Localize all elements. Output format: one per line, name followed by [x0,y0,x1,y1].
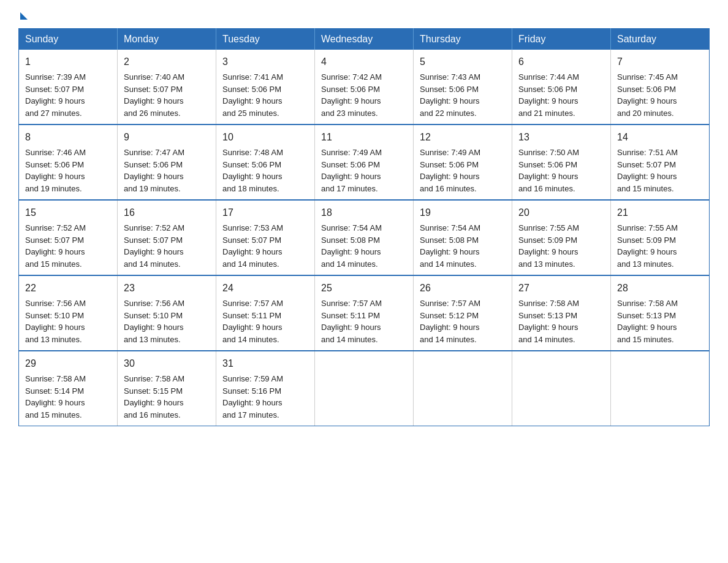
day-info: Sunrise: 7:43 AMSunset: 5:06 PMDaylight:… [420,72,480,118]
calendar-cell: 16 Sunrise: 7:52 AMSunset: 5:07 PMDaylig… [118,200,216,275]
day-info: Sunrise: 7:56 AMSunset: 5:10 PMDaylight:… [25,299,86,344]
day-number: 28 [617,281,703,296]
day-info: Sunrise: 7:48 AMSunset: 5:06 PMDaylight:… [222,148,283,193]
day-number: 9 [124,130,210,145]
calendar-cell: 4 Sunrise: 7:42 AMSunset: 5:06 PMDayligh… [315,50,414,124]
calendar-cell: 21 Sunrise: 7:55 AMSunset: 5:09 PMDaylig… [611,200,710,275]
day-number: 22 [25,281,111,296]
day-number: 15 [25,205,111,220]
day-number: 7 [617,55,703,69]
calendar-cell: 2 Sunrise: 7:40 AMSunset: 5:07 PMDayligh… [118,50,216,124]
day-info: Sunrise: 7:57 AMSunset: 5:11 PMDaylight:… [222,299,283,344]
calendar-cell [611,351,710,426]
day-number: 12 [420,130,506,145]
calendar-cell: 26 Sunrise: 7:57 AMSunset: 5:12 PMDaylig… [414,275,512,351]
logo [18,12,28,17]
day-info: Sunrise: 7:46 AMSunset: 5:06 PMDaylight:… [25,148,86,193]
calendar-cell: 19 Sunrise: 7:54 AMSunset: 5:08 PMDaylig… [414,200,512,275]
calendar-cell: 15 Sunrise: 7:52 AMSunset: 5:07 PMDaylig… [19,200,118,275]
day-info: Sunrise: 7:47 AMSunset: 5:06 PMDaylight:… [124,148,184,193]
day-info: Sunrise: 7:52 AMSunset: 5:07 PMDaylight:… [124,223,184,269]
weekday-header-wednesday: Wednesday [315,29,414,50]
day-info: Sunrise: 7:51 AMSunset: 5:07 PMDaylight:… [617,148,678,193]
day-number: 11 [321,130,407,145]
week-row-2: 8 Sunrise: 7:46 AMSunset: 5:06 PMDayligh… [19,124,710,200]
calendar-cell: 10 Sunrise: 7:48 AMSunset: 5:06 PMDaylig… [216,124,315,200]
day-info: Sunrise: 7:41 AMSunset: 5:06 PMDaylight:… [222,72,283,118]
day-info: Sunrise: 7:57 AMSunset: 5:12 PMDaylight:… [420,299,480,344]
day-number: 1 [25,55,111,69]
calendar-cell: 28 Sunrise: 7:58 AMSunset: 5:13 PMDaylig… [611,275,710,351]
calendar-cell: 9 Sunrise: 7:47 AMSunset: 5:06 PMDayligh… [118,124,216,200]
day-info: Sunrise: 7:42 AMSunset: 5:06 PMDaylight:… [321,72,382,118]
calendar-cell: 18 Sunrise: 7:54 AMSunset: 5:08 PMDaylig… [315,200,414,275]
day-number: 26 [420,281,506,296]
day-number: 24 [222,281,308,296]
calendar-cell: 12 Sunrise: 7:49 AMSunset: 5:06 PMDaylig… [414,124,512,200]
day-info: Sunrise: 7:56 AMSunset: 5:10 PMDaylight:… [124,299,184,344]
calendar-table: SundayMondayTuesdayWednesdayThursdayFrid… [18,28,710,426]
page-header [18,12,710,17]
calendar-cell: 20 Sunrise: 7:55 AMSunset: 5:09 PMDaylig… [512,200,611,275]
day-number: 2 [124,55,210,69]
calendar-cell: 30 Sunrise: 7:58 AMSunset: 5:15 PMDaylig… [118,351,216,426]
calendar-cell: 8 Sunrise: 7:46 AMSunset: 5:06 PMDayligh… [19,124,118,200]
day-info: Sunrise: 7:44 AMSunset: 5:06 PMDaylight:… [518,72,579,118]
day-number: 17 [222,205,308,220]
day-info: Sunrise: 7:55 AMSunset: 5:09 PMDaylight:… [518,223,579,269]
day-number: 14 [617,130,703,145]
day-number: 18 [321,205,407,220]
day-info: Sunrise: 7:59 AMSunset: 5:16 PMDaylight:… [222,374,283,419]
calendar-cell [315,351,414,426]
day-number: 25 [321,281,407,296]
day-info: Sunrise: 7:58 AMSunset: 5:13 PMDaylight:… [518,299,579,344]
day-info: Sunrise: 7:45 AMSunset: 5:06 PMDaylight:… [617,72,678,118]
calendar-cell: 11 Sunrise: 7:49 AMSunset: 5:06 PMDaylig… [315,124,414,200]
day-info: Sunrise: 7:58 AMSunset: 5:14 PMDaylight:… [25,374,86,419]
day-number: 16 [124,205,210,220]
calendar-cell [414,351,512,426]
day-number: 5 [420,55,506,69]
calendar-cell: 6 Sunrise: 7:44 AMSunset: 5:06 PMDayligh… [512,50,611,124]
weekday-header-row: SundayMondayTuesdayWednesdayThursdayFrid… [19,29,710,50]
day-number: 13 [518,130,604,145]
day-number: 6 [518,55,604,69]
day-info: Sunrise: 7:58 AMSunset: 5:15 PMDaylight:… [124,374,184,419]
day-info: Sunrise: 7:39 AMSunset: 5:07 PMDaylight:… [25,72,86,118]
logo-triangle-icon [20,12,28,20]
day-info: Sunrise: 7:58 AMSunset: 5:13 PMDaylight:… [617,299,678,344]
calendar-cell: 13 Sunrise: 7:50 AMSunset: 5:06 PMDaylig… [512,124,611,200]
day-info: Sunrise: 7:40 AMSunset: 5:07 PMDaylight:… [124,72,184,118]
logo-area [18,12,28,17]
day-info: Sunrise: 7:50 AMSunset: 5:06 PMDaylight:… [518,148,579,193]
day-info: Sunrise: 7:52 AMSunset: 5:07 PMDaylight:… [25,223,86,269]
week-row-5: 29 Sunrise: 7:58 AMSunset: 5:14 PMDaylig… [19,351,710,426]
calendar-cell: 23 Sunrise: 7:56 AMSunset: 5:10 PMDaylig… [118,275,216,351]
calendar-cell [512,351,611,426]
day-number: 21 [617,205,703,220]
calendar-cell: 31 Sunrise: 7:59 AMSunset: 5:16 PMDaylig… [216,351,315,426]
weekday-header-sunday: Sunday [19,29,118,50]
calendar-cell: 22 Sunrise: 7:56 AMSunset: 5:10 PMDaylig… [19,275,118,351]
calendar-cell: 24 Sunrise: 7:57 AMSunset: 5:11 PMDaylig… [216,275,315,351]
day-info: Sunrise: 7:53 AMSunset: 5:07 PMDaylight:… [222,223,283,269]
calendar-cell: 5 Sunrise: 7:43 AMSunset: 5:06 PMDayligh… [414,50,512,124]
day-number: 3 [222,55,308,69]
day-info: Sunrise: 7:54 AMSunset: 5:08 PMDaylight:… [321,223,382,269]
weekday-header-saturday: Saturday [611,29,710,50]
calendar-cell: 3 Sunrise: 7:41 AMSunset: 5:06 PMDayligh… [216,50,315,124]
day-number: 31 [222,356,308,371]
calendar-cell: 14 Sunrise: 7:51 AMSunset: 5:07 PMDaylig… [611,124,710,200]
weekday-header-tuesday: Tuesday [216,29,315,50]
day-number: 8 [25,130,111,145]
day-number: 19 [420,205,506,220]
day-info: Sunrise: 7:49 AMSunset: 5:06 PMDaylight:… [321,148,382,193]
calendar-cell: 27 Sunrise: 7:58 AMSunset: 5:13 PMDaylig… [512,275,611,351]
day-number: 23 [124,281,210,296]
calendar-cell: 25 Sunrise: 7:57 AMSunset: 5:11 PMDaylig… [315,275,414,351]
logo-blue-part [18,12,28,17]
calendar-cell: 1 Sunrise: 7:39 AMSunset: 5:07 PMDayligh… [19,50,118,124]
day-number: 4 [321,55,407,69]
day-info: Sunrise: 7:55 AMSunset: 5:09 PMDaylight:… [617,223,678,269]
day-info: Sunrise: 7:49 AMSunset: 5:06 PMDaylight:… [420,148,480,193]
